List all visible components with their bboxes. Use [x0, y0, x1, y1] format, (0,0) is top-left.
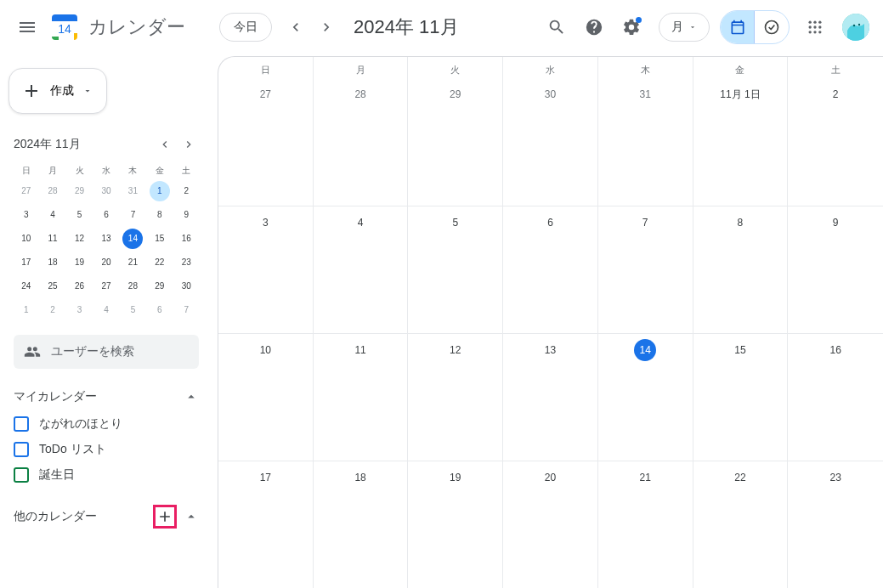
- mini-calendar-day[interactable]: 8: [150, 205, 170, 225]
- day-cell[interactable]: 23: [788, 461, 883, 588]
- mini-calendar-day[interactable]: 20: [96, 252, 116, 273]
- mini-calendar-day[interactable]: 10: [16, 229, 37, 249]
- mini-calendar-day[interactable]: 1: [16, 300, 37, 320]
- mini-calendar-day[interactable]: 25: [42, 276, 63, 297]
- mini-calendar-day[interactable]: 21: [122, 252, 143, 273]
- my-calendars-header[interactable]: マイカレンダー: [14, 382, 199, 411]
- day-cell[interactable]: 19: [408, 461, 503, 588]
- settings-icon[interactable]: [614, 10, 648, 44]
- calendar-checkbox[interactable]: [14, 467, 29, 483]
- account-avatar[interactable]: [842, 14, 869, 41]
- mini-calendar-day[interactable]: 4: [96, 300, 116, 320]
- mini-calendar-day[interactable]: 5: [122, 300, 143, 320]
- day-cell[interactable]: 2: [788, 78, 883, 206]
- day-cell[interactable]: 20: [503, 461, 598, 588]
- day-cell[interactable]: 9: [788, 206, 883, 333]
- day-cell[interactable]: 6: [503, 206, 598, 333]
- mini-calendar-day[interactable]: 30: [96, 181, 116, 201]
- mini-calendar-day[interactable]: 27: [16, 181, 37, 201]
- search-people-button[interactable]: ユーザーを検索: [14, 335, 199, 369]
- mini-calendar-day[interactable]: 22: [150, 252, 170, 273]
- mini-calendar-day[interactable]: 27: [96, 276, 116, 297]
- calendar-list-item[interactable]: ToDo リスト: [14, 437, 199, 462]
- mini-calendar-day[interactable]: 28: [42, 181, 63, 201]
- mini-calendar-day[interactable]: 3: [16, 205, 37, 225]
- day-cell[interactable]: 31: [598, 78, 693, 206]
- mini-calendar-day[interactable]: 11: [42, 229, 63, 249]
- mini-calendar-day[interactable]: 23: [176, 252, 196, 273]
- mini-prev-month[interactable]: [155, 134, 175, 155]
- mini-calendar-day[interactable]: 6: [150, 300, 170, 320]
- day-cell[interactable]: 11: [314, 334, 409, 461]
- help-icon[interactable]: [577, 10, 611, 44]
- day-cell[interactable]: 15: [693, 334, 789, 461]
- mini-calendar-day[interactable]: 4: [42, 205, 63, 225]
- day-cell[interactable]: 7: [598, 206, 693, 333]
- day-cell[interactable]: 10: [218, 334, 314, 461]
- mini-calendar-day[interactable]: 16: [176, 229, 196, 249]
- day-number: 11月 1日: [715, 83, 765, 105]
- mini-next-month[interactable]: [178, 134, 199, 155]
- day-cell[interactable]: 22: [693, 461, 789, 588]
- day-cell[interactable]: 13: [503, 334, 598, 461]
- mini-calendar-day[interactable]: 12: [70, 229, 90, 249]
- day-cell[interactable]: 30: [503, 78, 598, 206]
- day-cell[interactable]: 12: [408, 334, 503, 461]
- mini-calendar-day[interactable]: 7: [122, 205, 143, 225]
- mini-calendar-day[interactable]: 29: [70, 181, 90, 201]
- calendar-list-item[interactable]: 誕生日: [14, 462, 199, 488]
- day-cell[interactable]: 28: [314, 78, 409, 206]
- day-cell[interactable]: 16: [788, 334, 883, 461]
- create-button[interactable]: 作成: [8, 68, 107, 114]
- mini-calendar-day[interactable]: 1: [150, 181, 170, 201]
- day-cell[interactable]: 5: [408, 206, 503, 333]
- day-cell[interactable]: 14: [598, 334, 693, 461]
- day-cell[interactable]: 4: [314, 206, 409, 333]
- day-cell[interactable]: 3: [218, 206, 314, 333]
- day-cell[interactable]: 27: [218, 78, 314, 206]
- calendar-list-item[interactable]: ながれのほとり: [14, 411, 199, 437]
- day-cell[interactable]: 11月 1日: [693, 78, 789, 206]
- mini-calendar-day[interactable]: 2: [176, 181, 196, 201]
- search-icon[interactable]: [540, 10, 574, 44]
- day-cell[interactable]: 29: [408, 78, 503, 206]
- mini-calendar-day[interactable]: 15: [150, 229, 170, 249]
- logo[interactable]: 14 カレンダー: [48, 10, 185, 44]
- calendar-view-toggle[interactable]: [721, 11, 755, 43]
- mini-calendar-day[interactable]: 30: [176, 276, 196, 297]
- calendar-checkbox[interactable]: [14, 442, 29, 457]
- mini-calendar-day[interactable]: 18: [42, 252, 63, 273]
- menu-icon[interactable]: [7, 7, 48, 48]
- mini-calendar-day[interactable]: 6: [96, 205, 116, 225]
- mini-calendar-day[interactable]: 29: [150, 276, 170, 297]
- view-selector[interactable]: 月: [659, 13, 710, 42]
- mini-calendar-day[interactable]: 17: [16, 252, 37, 273]
- mini-calendar-day[interactable]: 26: [70, 276, 90, 297]
- day-cell[interactable]: 17: [218, 461, 314, 588]
- next-month-button[interactable]: [313, 14, 340, 41]
- prev-month-button[interactable]: [282, 14, 309, 41]
- day-cell[interactable]: 18: [314, 461, 409, 588]
- mini-calendar-day[interactable]: 13: [96, 229, 116, 249]
- mini-calendar-day[interactable]: 7: [176, 300, 196, 320]
- mini-calendar-day[interactable]: 2: [42, 300, 63, 320]
- calendar-checkbox[interactable]: [14, 416, 29, 432]
- other-calendars-header[interactable]: 他のカレンダー: [14, 498, 199, 535]
- mini-calendar-day[interactable]: 5: [70, 205, 90, 225]
- apps-icon[interactable]: [798, 10, 832, 44]
- current-period-title[interactable]: 2024年 11月: [354, 14, 459, 40]
- mini-calendar-day[interactable]: 28: [122, 276, 143, 297]
- day-cell[interactable]: 21: [598, 461, 693, 588]
- mini-calendar-day[interactable]: 3: [70, 300, 90, 320]
- mini-calendar-day[interactable]: 14: [122, 229, 143, 249]
- add-other-calendar-button[interactable]: [153, 505, 177, 529]
- mini-calendar-day[interactable]: 9: [176, 205, 196, 225]
- day-cell[interactable]: 8: [693, 206, 789, 333]
- mini-calendar-day[interactable]: 19: [70, 252, 90, 273]
- today-button[interactable]: 今日: [219, 13, 272, 42]
- mini-calendar-title[interactable]: 2024年 11月: [14, 137, 81, 152]
- mini-calendar-day[interactable]: 24: [16, 276, 37, 297]
- tasks-view-toggle[interactable]: [755, 11, 789, 43]
- mini-calendar-day[interactable]: 31: [122, 181, 143, 201]
- mini-dow-label: 金: [147, 161, 172, 180]
